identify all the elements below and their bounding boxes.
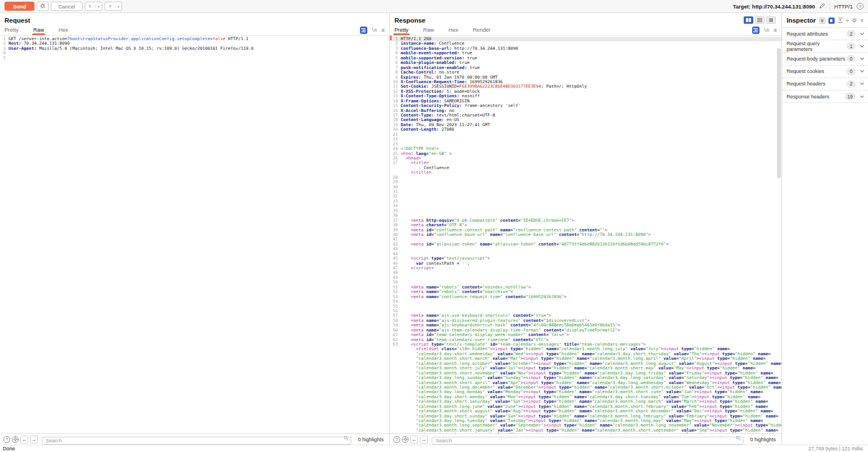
inspector-item-response-headers[interactable]: Response headers19 [782, 91, 868, 103]
inspector-item-label: Request attributes [787, 31, 828, 37]
request-tab-hex[interactable]: Hex [59, 27, 68, 35]
caret-down-icon[interactable]: ▾ [115, 5, 121, 8]
chevron-down-icon[interactable] [860, 56, 864, 60]
response-tab-render[interactable]: Render [473, 27, 491, 35]
search-settings-gear-icon[interactable] [12, 436, 19, 443]
code-line: 53 <meta name="confluence-request-time" … [390, 295, 782, 299]
chevron-down-icon[interactable] [860, 93, 864, 97]
code-line: 21 [390, 132, 782, 137]
chevron-down-icon[interactable] [860, 31, 864, 35]
response-panel-title: Response [390, 13, 782, 25]
chevron-down-icon[interactable] [860, 44, 864, 48]
code-line: 28 [390, 175, 782, 180]
cancel-button[interactable]: Cancel [51, 2, 83, 11]
code-line: 4 [0, 51, 389, 55]
caret-down-icon[interactable]: ▾ [95, 5, 102, 8]
http-version-selector[interactable]: HTTP/1 [834, 3, 853, 10]
request-search-input[interactable] [42, 437, 351, 445]
response-editor[interactable]: 1HTTP/1.1 2002instance-name: Confluence3… [390, 36, 782, 433]
response-highlight-count: 0 highlights [748, 437, 778, 442]
search-help-icon[interactable]: ? [3, 436, 10, 443]
collapse-all-icon[interactable] [837, 18, 843, 23]
search-help-icon[interactable]: ? [393, 436, 400, 443]
target-url: http://70.34.244.131:8090 [752, 3, 815, 10]
inspector-item-request-body-parameters[interactable]: Request body parameters0 [782, 53, 868, 65]
search-next-button[interactable]: → [420, 436, 428, 444]
chevron-down-icon[interactable] [860, 68, 864, 72]
status-bar: Done 27,769 bytes | 121 millis [0, 445, 868, 452]
code-line: 30 [390, 185, 782, 190]
prettify-icon[interactable] [360, 27, 367, 34]
code-line: 3User-Agent: Mozilla/5.0 (Macintosh; Int… [0, 46, 389, 51]
search-prev-button[interactable]: ← [20, 436, 28, 444]
response-tab-bar: PrettyRawHexRender [390, 25, 782, 36]
request-panel: Request PrettyRawHex \n ≡ 1GET /server-i… [0, 13, 390, 445]
show-newlines-icon[interactable]: \n [764, 28, 770, 33]
inspector-title: Inspector [787, 17, 816, 24]
code-line: 29 [390, 180, 782, 184]
edit-target-pencil-icon[interactable] [819, 2, 826, 10]
inspector-dock-right-icon[interactable] [828, 18, 835, 24]
status-text: Done [3, 446, 15, 451]
request-search-bar: ? ← → 0 highlights [0, 433, 389, 445]
layout-rows-icon[interactable] [755, 16, 765, 24]
close-icon[interactable]: × [860, 18, 863, 24]
target-label: Target: http://70.34.244.131:8090 [733, 3, 815, 10]
request-tab-raw[interactable]: Raw [33, 27, 44, 35]
code-line: </title> [390, 170, 782, 175]
request-editor[interactable]: 1GET /server-info.action?bootstrapStatus… [0, 36, 389, 433]
help-icon[interactable]: ? [857, 3, 863, 10]
code-line: 55 [390, 304, 782, 309]
code-line: 42 <meta id="atlassian-token" name="atla… [390, 242, 782, 247]
send-settings-button[interactable] [37, 2, 49, 11]
inspector-item-request-headers[interactable]: Request headers2 [782, 78, 868, 91]
response-panel: Response PrettyRawHexRender \n ≡ 1HTTP/ [390, 13, 782, 445]
panel-divider-handle[interactable] [390, 36, 392, 40]
search-next-button[interactable]: → [30, 436, 38, 444]
response-search-bar: ? ← → 0 highlights [390, 433, 782, 445]
code-line: 32 [390, 194, 782, 199]
inspector-item-label: Response headers [787, 94, 830, 100]
inspector-item-request-cookies[interactable]: Request cookies0 [782, 66, 868, 78]
response-tab-raw[interactable]: Raw [423, 27, 434, 35]
code-line: 54 [390, 299, 782, 304]
response-size-timing: 27,769 bytes | 121 millis [809, 446, 865, 451]
request-tab-pretty[interactable]: Pretty [5, 27, 19, 35]
code-line: 26 <head> [390, 156, 782, 161]
inspector-item-request-attributes[interactable]: Request attributes2 [782, 28, 868, 40]
inspector-item-request-query-parameters[interactable]: Request query parameters1 [782, 40, 868, 53]
code-line: 40 <meta id="confluence-base-url" name="… [390, 233, 782, 237]
request-tab-bar: PrettyRawHex [0, 25, 389, 36]
request-highlight-count: 0 highlights [355, 437, 386, 442]
search-settings-gear-icon[interactable] [402, 436, 409, 443]
search-prev-button[interactable]: ← [410, 436, 418, 444]
history-back-button[interactable]: < ▾ [85, 2, 102, 11]
response-search-input[interactable] [432, 437, 744, 445]
inspector-item-label: Request query parameters [787, 41, 847, 52]
code-line: 23 [390, 142, 782, 147]
editor-menu-icon[interactable]: ≡ [381, 27, 385, 33]
response-tab-pretty[interactable]: Pretty [394, 27, 409, 35]
count-badge: 2 [847, 80, 856, 88]
code-line: 49 [390, 275, 782, 280]
response-layout-toggles [744, 16, 776, 24]
code-line: 31 [390, 190, 782, 194]
count-badge: 2 [847, 30, 856, 37]
editor-menu-icon[interactable]: ≡ [774, 27, 777, 33]
code-line: 5 [0, 56, 389, 61]
response-scrollbar[interactable] [777, 48, 781, 178]
send-button[interactable]: Send [5, 2, 34, 11]
repeater-toolbar: Send Cancel < ▾ > ▾ Target: http://70.34… [0, 0, 868, 13]
layout-columns-icon[interactable] [744, 16, 753, 24]
show-newlines-icon[interactable]: \n [372, 28, 377, 33]
gear-icon[interactable] [852, 18, 857, 23]
layout-single-icon[interactable] [766, 16, 776, 24]
response-tab-hex[interactable]: Hex [449, 27, 458, 35]
history-forward-button[interactable]: > ▾ [105, 2, 122, 11]
code-line: - Confluence [390, 166, 782, 170]
code-line: 20Content-Length: 27080 [390, 127, 782, 132]
chevron-down-icon[interactable] [860, 81, 864, 85]
expand-divider-icon[interactable]: ÷ [846, 18, 849, 24]
inspector-dock-left-icon[interactable] [819, 18, 826, 24]
prettify-icon[interactable] [752, 27, 760, 34]
